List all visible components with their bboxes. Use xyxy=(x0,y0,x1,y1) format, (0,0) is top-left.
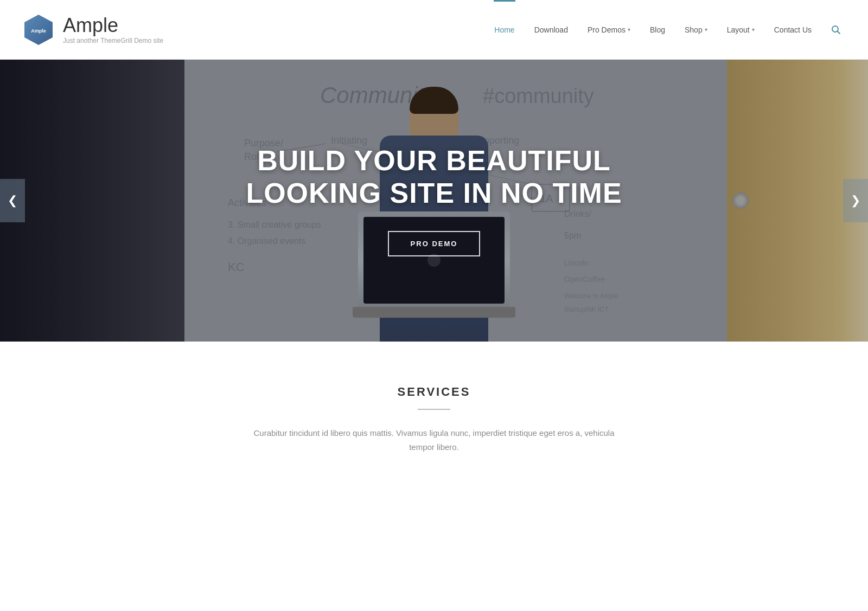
search-icon xyxy=(831,25,841,35)
services-description: Curabitur tincidunt id libero quis matti… xyxy=(244,426,624,454)
logo-hex-icon: Ample xyxy=(22,13,55,47)
chevron-left-icon: ❮ xyxy=(8,194,17,208)
chevron-down-icon: ▾ xyxy=(628,27,630,33)
main-nav: Home Download Pro Demos ▾ Blog Shop ▾ La… xyxy=(484,0,846,60)
slider-next-button[interactable]: ❯ xyxy=(843,179,868,222)
chevron-right-icon: ❯ xyxy=(851,194,860,208)
services-divider xyxy=(418,409,450,410)
logo-title: Ample xyxy=(63,15,163,36)
hero-title: BUILD YOUR BEAUTIFUL LOOKING SITE IN NO … xyxy=(244,145,624,210)
svg-text:Ample: Ample xyxy=(31,28,46,34)
svg-line-3 xyxy=(838,31,840,34)
nav-item-download[interactable]: Download xyxy=(525,0,578,60)
nav-item-home[interactable]: Home xyxy=(484,0,524,60)
chevron-down-icon: ▾ xyxy=(705,27,707,33)
hero-content: BUILD YOUR BEAUTIFUL LOOKING SITE IN NO … xyxy=(0,60,868,342)
nav-item-layout[interactable]: Layout ▾ xyxy=(717,0,764,60)
services-title: SERVICES xyxy=(22,385,846,399)
search-button[interactable] xyxy=(821,0,846,60)
nav-item-pro-demos[interactable]: Pro Demos ▾ xyxy=(578,0,640,60)
site-header: Ample Ample Just another ThemeGrill Demo… xyxy=(0,0,868,60)
chevron-down-icon: ▾ xyxy=(752,27,755,33)
hero-cta-button[interactable]: PRO DEMO xyxy=(388,231,481,256)
site-logo[interactable]: Ample Ample Just another ThemeGrill Demo… xyxy=(22,13,174,47)
hero-section: Community #community Purpose/ Role Initi… xyxy=(0,60,868,342)
nav-item-shop[interactable]: Shop ▾ xyxy=(675,0,717,60)
logo-subtitle: Just another ThemeGrill Demo site xyxy=(63,37,163,44)
nav-item-contact[interactable]: Contact Us xyxy=(764,0,821,60)
nav-item-blog[interactable]: Blog xyxy=(640,0,675,60)
services-section: SERVICES Curabitur tincidunt id libero q… xyxy=(0,342,868,475)
slider-prev-button[interactable]: ❮ xyxy=(0,179,25,222)
